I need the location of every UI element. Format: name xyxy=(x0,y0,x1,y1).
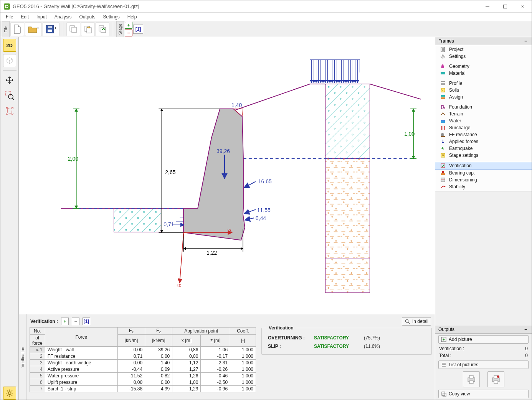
frame-item-surcharge[interactable]: Surcharge xyxy=(435,124,532,131)
frame-item-water[interactable]: Water xyxy=(435,117,532,124)
zoom-window-button[interactable] xyxy=(3,89,16,102)
svg-line-96 xyxy=(180,232,183,282)
zoom-extents-button[interactable] xyxy=(3,104,16,117)
verification-row: OVERTURNING :SATISFACTORY(75,7%) xyxy=(268,334,425,342)
menu-edit[interactable]: Edit xyxy=(17,13,33,20)
app-icon xyxy=(3,3,10,10)
svg-line-17 xyxy=(12,98,14,100)
frame-item-label: Foundation xyxy=(449,104,472,110)
frame-item-material[interactable]: Material xyxy=(435,70,532,77)
frame-item-verification[interactable]: Verification xyxy=(435,162,532,170)
save-file-button[interactable] xyxy=(43,22,59,36)
print-picture-button[interactable] xyxy=(487,371,504,387)
svg-point-104 xyxy=(442,56,444,58)
svg-line-109 xyxy=(441,55,442,55)
view-toolbar: 2D xyxy=(0,37,19,400)
frame-item-dimensioning[interactable]: Dimensioning xyxy=(435,176,532,183)
svg-text:1,00: 1,00 xyxy=(404,131,415,137)
frame-item-applied-forces[interactable]: Applied forces xyxy=(435,138,532,145)
frame-item-label: Geometry xyxy=(449,64,469,69)
frame-item-profile[interactable]: Profile xyxy=(435,80,532,87)
soil-icon xyxy=(440,87,446,93)
svg-text:39,26: 39,26 xyxy=(216,148,230,154)
svg-rect-119 xyxy=(441,95,445,97)
in-detail-button[interactable]: In detail xyxy=(402,317,431,326)
table-row[interactable]: 3Weight - earth wedge0,001,401,12-2,311,… xyxy=(30,360,256,366)
minimize-button[interactable] xyxy=(479,0,496,13)
svg-rect-144 xyxy=(469,375,473,378)
frame-item-label: Settings xyxy=(449,54,466,59)
frame-item-soils[interactable]: Soils xyxy=(435,87,532,94)
new-file-button[interactable] xyxy=(10,22,24,36)
svg-line-110 xyxy=(444,58,444,58)
svg-rect-151 xyxy=(443,393,446,397)
menu-settings[interactable]: Settings xyxy=(99,13,123,20)
frame-item-terrain[interactable]: Terrain xyxy=(435,110,532,117)
svg-rect-7 xyxy=(48,26,52,28)
frame-item-project[interactable]: Project xyxy=(435,46,532,53)
svg-line-26 xyxy=(7,395,8,396)
svg-line-90 xyxy=(245,209,256,213)
table-row[interactable]: 7Surch.1 - strip-15,884,991,29-0,961,000 xyxy=(30,386,256,392)
frame-item-earthquake[interactable]: Earthquake xyxy=(435,145,532,152)
menu-help[interactable]: Help xyxy=(124,13,141,20)
svg-text:16,65: 16,65 xyxy=(258,178,272,184)
pan-button[interactable] xyxy=(3,74,16,87)
maximize-button[interactable] xyxy=(496,0,514,13)
drawing-canvas[interactable]: 2,00 2,65 1,22 1,40 xyxy=(19,37,435,314)
menu-input[interactable]: Input xyxy=(33,13,51,20)
svg-text:0,71: 0,71 xyxy=(164,221,174,227)
verification-stage[interactable]: [1] xyxy=(83,318,90,325)
template-button[interactable] xyxy=(96,22,109,36)
frame-item-label: Terrain xyxy=(449,111,463,117)
add-picture-button[interactable]: + Add picture xyxy=(438,335,529,344)
results-panel: Verification Verification : + − [1] In d… xyxy=(19,314,435,400)
copy-view-button[interactable]: Copy view xyxy=(438,390,529,398)
frames-collapse-button[interactable]: − xyxy=(524,38,527,44)
close-button[interactable] xyxy=(514,0,532,13)
svg-line-111 xyxy=(441,58,442,58)
frame-item-label: FF resistance xyxy=(449,132,477,137)
svg-rect-2 xyxy=(504,5,507,8)
frame-item-stage-settings[interactable]: Stage settings xyxy=(435,152,532,159)
frame-item-ff-resistance[interactable]: FF resistance xyxy=(435,131,532,138)
table-row[interactable]: 2FF resistance0,710,000,00-0,171,000 xyxy=(30,353,256,360)
forces-table[interactable]: No. Force Fx Fz Application point Coeff.… xyxy=(30,327,256,392)
frame-item-label: Assign xyxy=(449,94,463,100)
outputs-collapse-button[interactable]: − xyxy=(524,327,527,332)
print-text-button[interactable] xyxy=(463,371,480,387)
frame-item-foundation[interactable]: Foundation xyxy=(435,104,532,110)
frame-item-stability[interactable]: Stability xyxy=(435,183,532,190)
menu-file[interactable]: File xyxy=(2,13,17,20)
table-row[interactable]: 5Water pressure-11,52-0,821,26-0,461,000 xyxy=(30,373,256,379)
mat-icon xyxy=(440,71,446,76)
stage-add-button[interactable]: + xyxy=(125,22,132,29)
add-picture-icon: + xyxy=(441,337,446,342)
frame-item-settings[interactable]: Settings xyxy=(435,53,532,60)
settings-gear-button[interactable] xyxy=(3,387,16,400)
found-icon xyxy=(440,104,446,110)
stage-remove-button[interactable]: − xyxy=(125,30,132,36)
view-3d-button[interactable] xyxy=(3,54,16,67)
list-of-pictures-button[interactable]: List of pictures xyxy=(438,360,529,369)
table-row[interactable]: ▸ 1Weight - wall0,0039,260,86-1,061,000 xyxy=(30,347,256,353)
frame-item-geometry[interactable]: Geometry xyxy=(435,63,532,70)
svg-rect-113 xyxy=(441,72,445,74)
stage-number[interactable]: [1] xyxy=(133,25,143,34)
svg-line-24 xyxy=(7,390,8,391)
view-2d-button[interactable]: 2D xyxy=(3,39,16,52)
table-row[interactable]: 6Uplift pressure0,000,001,00-2,501,000 xyxy=(30,379,256,386)
verification-add-button[interactable]: + xyxy=(61,318,69,325)
frame-item-bearing-cap-[interactable]: Bearing cap. xyxy=(435,170,532,176)
menu-analysis[interactable]: Analysis xyxy=(51,13,76,20)
gear-icon xyxy=(440,54,446,59)
frame-item-assign[interactable]: Assign xyxy=(435,94,532,100)
copy-button[interactable] xyxy=(66,22,80,36)
table-row[interactable]: 4Active pressure-0,440,091,27-0,261,000 xyxy=(30,366,256,373)
menu-outputs[interactable]: Outputs xyxy=(75,13,99,20)
bc-icon xyxy=(440,170,446,176)
paste-button[interactable] xyxy=(81,22,95,36)
verification-remove-button[interactable]: − xyxy=(72,318,79,325)
frame-item-label: Bearing cap. xyxy=(449,170,475,176)
open-file-button[interactable] xyxy=(25,22,42,36)
